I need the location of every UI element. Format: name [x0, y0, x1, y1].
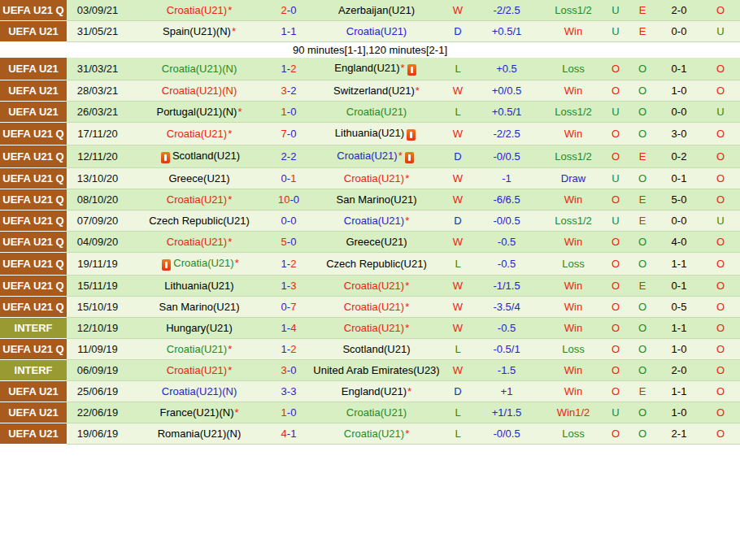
second-over-under-cell: O [701, 189, 740, 211]
match-row: UEFA U2128/03/21Croatia(U21)(N)3-2Switze… [0, 80, 740, 102]
score-cell: 1-2 [270, 253, 307, 276]
competition-cell: UEFA U21 Q [0, 123, 67, 145]
away-team-cell: Azerbaijan(U21) [307, 0, 446, 21]
over-under-cell: U [603, 21, 628, 42]
team-name: Azerbaijan(U21) [338, 4, 415, 16]
team-name: Croatia(U21) [167, 236, 227, 248]
result-cell: W [446, 276, 470, 297]
home-goals: 0 [281, 215, 287, 227]
handicap-result-cell: Win [543, 80, 603, 102]
handicap-result-cell: Win [543, 232, 603, 253]
score-cell: 1-1 [270, 21, 307, 42]
team-name: San Marino(U21) [337, 193, 417, 206]
away-goals: 0 [290, 215, 296, 227]
red-card-icon [405, 152, 414, 163]
home-team-cell: Portugal(U21)(N)* [128, 102, 270, 123]
handicap-cell: -1 [470, 168, 543, 189]
even-odd-cell: O [628, 80, 657, 102]
away-goals: 7 [290, 301, 296, 313]
competition-cell: UEFA U21 [0, 381, 67, 402]
home-goals: 2 [281, 4, 287, 16]
home-goals: 3 [281, 85, 287, 97]
result-cell: L [446, 402, 470, 423]
score-cell: 1-4 [270, 318, 307, 339]
home-team-cell: Lithuania(U21) [128, 276, 270, 297]
handicap-result-cell: Win [543, 189, 603, 211]
away-goals: 2 [290, 150, 296, 163]
match-row: UEFA U21 Q15/11/19Lithuania(U21)1-3Croat… [0, 276, 740, 297]
away-team-cell: Croatia(U21) [307, 102, 446, 123]
team-name: Croatia(U21) [344, 172, 404, 184]
competition-cell: UEFA U21 Q [0, 211, 67, 232]
even-odd-cell: E [628, 211, 657, 232]
handicap-result-cell: Loss1/2 [543, 102, 603, 123]
away-goals: 4 [290, 322, 296, 334]
competition-cell: UEFA U21 Q [0, 276, 67, 297]
home-goals: 1 [281, 25, 287, 37]
second-score-cell: 2-1 [657, 423, 701, 445]
score-cell: 3-2 [270, 80, 307, 102]
asterisk-marker: * [228, 128, 232, 140]
date-cell: 19/11/19 [67, 253, 128, 276]
handicap-cell: -0.5/1 [470, 339, 543, 360]
home-team-cell: Croatia(U21)(N) [128, 381, 270, 402]
asterisk-marker: * [407, 385, 411, 397]
over-under-cell: O [603, 381, 628, 402]
score-cell: 0-0 [270, 211, 307, 232]
score-cell: 1-3 [270, 276, 307, 297]
away-goals: 0 [290, 236, 296, 248]
even-odd-cell: O [628, 102, 657, 123]
asterisk-marker: * [235, 257, 239, 269]
team-name: Switzerland(U21) [333, 85, 415, 97]
score-cell: 2-2 [270, 145, 307, 168]
date-cell: 06/09/19 [67, 360, 128, 381]
handicap-cell: +1 [470, 381, 543, 402]
home-goals: 1 [281, 258, 287, 270]
team-name: United Arab Emirates(U23) [313, 364, 439, 376]
second-over-under-cell: O [701, 318, 740, 339]
team-name: France(U21)(N) [159, 406, 233, 419]
handicap-cell: -1.5 [470, 360, 543, 381]
away-team-cell: Croatia(U21)* [307, 145, 446, 168]
date-cell: 11/09/19 [67, 339, 128, 360]
result-cell: D [446, 211, 470, 232]
match-row: UEFA U21 Q12/11/20Scotland(U21)2-2Croati… [0, 145, 740, 168]
date-cell: 15/10/19 [67, 297, 128, 318]
team-name: Croatia(U21) [167, 4, 227, 16]
result-cell: D [446, 381, 470, 402]
second-over-under-cell: O [701, 0, 740, 21]
score-cell: 1-2 [270, 339, 307, 360]
handicap-cell: +1/1.5 [470, 402, 543, 423]
score-cell: 1-0 [270, 402, 307, 423]
away-team-cell: San Marino(U21) [307, 189, 446, 211]
handicap-result-cell: Loss1/2 [543, 211, 603, 232]
away-goals: 0 [290, 406, 296, 419]
away-goals: 0 [290, 128, 296, 140]
away-goals: 2 [290, 63, 296, 75]
handicap-cell: +0.5 [470, 58, 543, 80]
away-goals: 0 [290, 364, 296, 376]
extra-time-row: 90 minutes[1-1],120 minutes[2-1] [0, 42, 740, 59]
score-cell: 3-3 [270, 381, 307, 402]
match-row: UEFA U2131/05/21Spain(U21)(N)*1-1Croatia… [0, 21, 740, 42]
away-team-cell: Croatia(U21) [307, 21, 446, 42]
even-odd-cell: O [628, 58, 657, 80]
score-cell: 5-0 [270, 232, 307, 253]
score-cell: 7-0 [270, 123, 307, 145]
match-row: UEFA U2126/03/21Portugal(U21)(N)*1-0Croa… [0, 102, 740, 123]
team-name: Croatia(U21) [346, 406, 407, 419]
second-score-cell: 1-0 [657, 80, 701, 102]
handicap-cell: -0.5 [470, 253, 543, 276]
team-name: Lithuania(U21) [335, 127, 404, 139]
away-team-cell: England(U21)* [307, 381, 446, 402]
handicap-cell: -1/1.5 [470, 276, 543, 297]
home-team-cell: San Marino(U21) [128, 297, 270, 318]
home-goals: 5 [281, 236, 287, 248]
result-cell: W [446, 123, 470, 145]
away-goals: 2 [290, 343, 296, 355]
second-score-cell: 1-1 [657, 381, 701, 402]
team-name: Croatia(U21) [344, 301, 404, 313]
handicap-cell: -2/2.5 [470, 0, 543, 21]
asterisk-marker: * [405, 428, 409, 440]
handicap-result-cell: Loss [543, 253, 603, 276]
